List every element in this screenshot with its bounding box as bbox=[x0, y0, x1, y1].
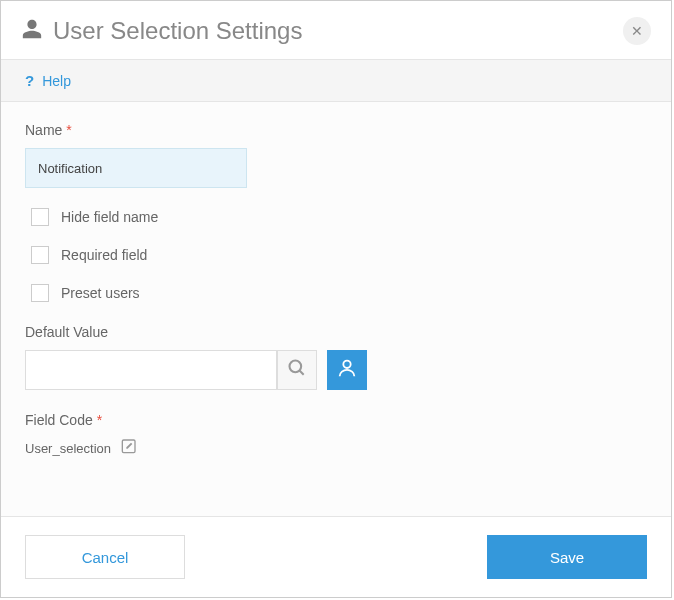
close-button[interactable]: ✕ bbox=[623, 17, 651, 45]
dialog-body: Name * Hide field name Required field Pr… bbox=[1, 102, 671, 516]
svg-point-0 bbox=[290, 361, 302, 373]
help-link[interactable]: Help bbox=[42, 73, 71, 89]
field-code-row: User_selection bbox=[25, 438, 647, 458]
default-value-section: Default Value bbox=[25, 324, 647, 390]
field-code-value: User_selection bbox=[25, 441, 111, 456]
svg-point-2 bbox=[343, 361, 350, 368]
preset-users-label: Preset users bbox=[61, 285, 140, 301]
user-picker-button[interactable] bbox=[327, 350, 367, 390]
required-marker: * bbox=[97, 412, 102, 428]
field-code-section: Field Code * User_selection bbox=[25, 412, 647, 458]
dialog-footer: Cancel Save bbox=[1, 516, 671, 597]
field-code-label: Field Code * bbox=[25, 412, 647, 428]
save-button[interactable]: Save bbox=[487, 535, 647, 579]
preset-users-checkbox[interactable] bbox=[31, 284, 49, 302]
name-input[interactable] bbox=[25, 148, 247, 188]
default-value-label: Default Value bbox=[25, 324, 647, 340]
required-marker: * bbox=[66, 122, 71, 138]
search-icon bbox=[287, 358, 307, 382]
edit-field-code-button[interactable] bbox=[119, 438, 139, 458]
required-field-row: Required field bbox=[25, 246, 647, 264]
dialog-header: User Selection Settings ✕ bbox=[1, 1, 671, 59]
cancel-button[interactable]: Cancel bbox=[25, 535, 185, 579]
default-value-row bbox=[25, 350, 647, 390]
search-button[interactable] bbox=[277, 350, 317, 390]
required-field-label: Required field bbox=[61, 247, 147, 263]
pencil-icon bbox=[121, 438, 137, 458]
dialog: User Selection Settings ✕ ? Help Name * … bbox=[0, 0, 672, 598]
dialog-title: User Selection Settings bbox=[53, 17, 623, 45]
help-icon: ? bbox=[25, 72, 34, 89]
hide-field-checkbox[interactable] bbox=[31, 208, 49, 226]
hide-field-label: Hide field name bbox=[61, 209, 158, 225]
required-field-checkbox[interactable] bbox=[31, 246, 49, 264]
help-bar: ? Help bbox=[1, 59, 671, 102]
user-icon bbox=[21, 18, 43, 44]
hide-field-row: Hide field name bbox=[25, 208, 647, 226]
preset-users-row: Preset users bbox=[25, 284, 647, 302]
default-value-input[interactable] bbox=[25, 350, 277, 390]
user-picker-icon bbox=[336, 357, 358, 383]
close-icon: ✕ bbox=[631, 23, 643, 39]
svg-line-1 bbox=[300, 371, 304, 375]
name-label: Name * bbox=[25, 122, 647, 138]
